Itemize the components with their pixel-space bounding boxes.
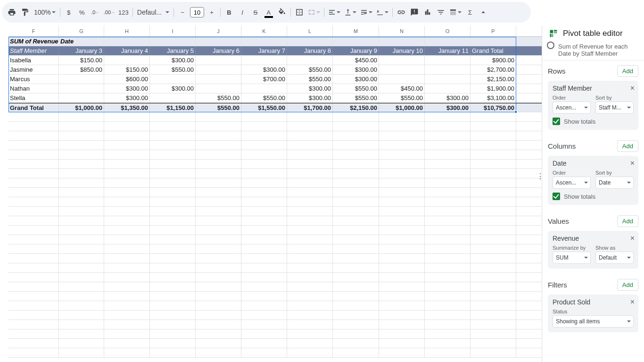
cell[interactable]: [59, 197, 104, 206]
cell[interactable]: [8, 273, 59, 282]
column-header[interactable]: F: [8, 25, 59, 36]
cell[interactable]: [8, 329, 59, 338]
rows-chip-staff-member[interactable]: Staff Member × Order Ascen... Sort by St…: [548, 81, 638, 130]
cell[interactable]: [196, 178, 241, 187]
cell[interactable]: [8, 188, 59, 197]
cell[interactable]: [196, 197, 241, 206]
cell[interactable]: [150, 169, 196, 178]
cell[interactable]: [150, 311, 196, 320]
cell[interactable]: [150, 254, 196, 263]
cell[interactable]: [379, 197, 425, 206]
cell[interactable]: Date: [59, 37, 104, 46]
cell[interactable]: [287, 329, 333, 338]
cell[interactable]: [196, 207, 241, 216]
cell[interactable]: [241, 56, 287, 65]
cell[interactable]: $1,000.00: [59, 103, 104, 112]
cell[interactable]: [59, 320, 104, 329]
format-123-button[interactable]: 123: [117, 5, 130, 19]
cell[interactable]: $550.00: [196, 93, 241, 102]
cell[interactable]: [196, 235, 241, 244]
cell[interactable]: [379, 254, 425, 263]
cell[interactable]: [104, 235, 150, 244]
cell[interactable]: $300.00: [287, 93, 333, 102]
cell[interactable]: [196, 188, 241, 197]
cell[interactable]: [196, 131, 241, 140]
cell[interactable]: [59, 292, 104, 301]
cell[interactable]: [150, 112, 196, 121]
font-family-select[interactable]: Defaul...: [135, 6, 171, 18]
cell[interactable]: $300.00: [241, 65, 287, 74]
cell[interactable]: [59, 282, 104, 291]
cell[interactable]: $550.00: [287, 75, 333, 84]
column-header[interactable]: O: [425, 25, 471, 36]
cell[interactable]: [241, 141, 287, 150]
column-header[interactable]: L: [287, 25, 333, 36]
cell[interactable]: [471, 141, 516, 150]
cell[interactable]: [59, 254, 104, 263]
cell[interactable]: [333, 329, 379, 338]
cell[interactable]: [425, 75, 471, 84]
values-add-button[interactable]: Add: [617, 215, 638, 227]
borders-button[interactable]: [293, 5, 305, 19]
cell[interactable]: [8, 311, 59, 320]
cell[interactable]: [379, 122, 425, 131]
cell[interactable]: [287, 122, 333, 131]
cell[interactable]: $1,700.00: [287, 103, 333, 112]
cell[interactable]: [104, 339, 150, 348]
rows-add-button[interactable]: Add: [617, 65, 638, 77]
cell[interactable]: $300.00: [104, 93, 150, 102]
cell[interactable]: [241, 329, 287, 338]
cell[interactable]: [333, 273, 379, 282]
suggestion-option[interactable]: Sum of Revenue for each Date by Staff Me…: [542, 43, 644, 60]
zoom-select[interactable]: 100%: [32, 5, 58, 19]
cell[interactable]: [333, 292, 379, 301]
cell[interactable]: [241, 112, 287, 121]
close-icon[interactable]: ×: [630, 298, 635, 306]
cell[interactable]: [8, 160, 59, 168]
cell[interactable]: [8, 207, 59, 216]
cell[interactable]: [287, 56, 333, 65]
cell[interactable]: [196, 56, 241, 65]
cell[interactable]: [196, 84, 241, 93]
cell[interactable]: [333, 348, 379, 357]
cell[interactable]: [333, 37, 379, 46]
cell[interactable]: [150, 235, 196, 244]
column-header[interactable]: G: [59, 25, 104, 36]
cell[interactable]: [150, 207, 196, 216]
cell[interactable]: [241, 169, 287, 178]
cell[interactable]: [379, 329, 425, 338]
cell[interactable]: $2,700.00: [471, 65, 516, 74]
cell[interactable]: [333, 169, 379, 178]
cell[interactable]: [471, 207, 516, 216]
cell[interactable]: [59, 112, 104, 121]
cell[interactable]: [379, 301, 425, 310]
cell[interactable]: SUM of Revenue: [8, 37, 59, 46]
cell[interactable]: [104, 160, 150, 168]
cell[interactable]: [8, 150, 59, 159]
cell[interactable]: [104, 131, 150, 140]
cell[interactable]: [379, 339, 425, 348]
cell[interactable]: [333, 226, 379, 235]
cell[interactable]: [471, 197, 516, 206]
cell[interactable]: [425, 188, 471, 197]
cell[interactable]: [287, 320, 333, 329]
spreadsheet-grid[interactable]: FGHIJKLMNOP SUM of RevenueDateStaff Memb…: [0, 25, 542, 362]
cell[interactable]: January 7: [241, 46, 287, 55]
cell[interactable]: [196, 244, 241, 253]
cell[interactable]: [287, 235, 333, 244]
cell[interactable]: [59, 301, 104, 310]
cell[interactable]: [425, 273, 471, 282]
cell[interactable]: [150, 75, 196, 84]
fill-color-button[interactable]: [276, 5, 288, 19]
cell[interactable]: [287, 131, 333, 140]
cell[interactable]: [104, 282, 150, 291]
cell[interactable]: $850.00: [59, 65, 104, 74]
cell[interactable]: [241, 292, 287, 301]
cell[interactable]: Marcus: [8, 75, 59, 84]
cell[interactable]: [425, 301, 471, 310]
cell[interactable]: [104, 263, 150, 272]
cell[interactable]: [59, 311, 104, 320]
cell[interactable]: $300.00: [287, 84, 333, 93]
cell[interactable]: $450.00: [379, 84, 425, 93]
column-header[interactable]: K: [241, 25, 287, 36]
